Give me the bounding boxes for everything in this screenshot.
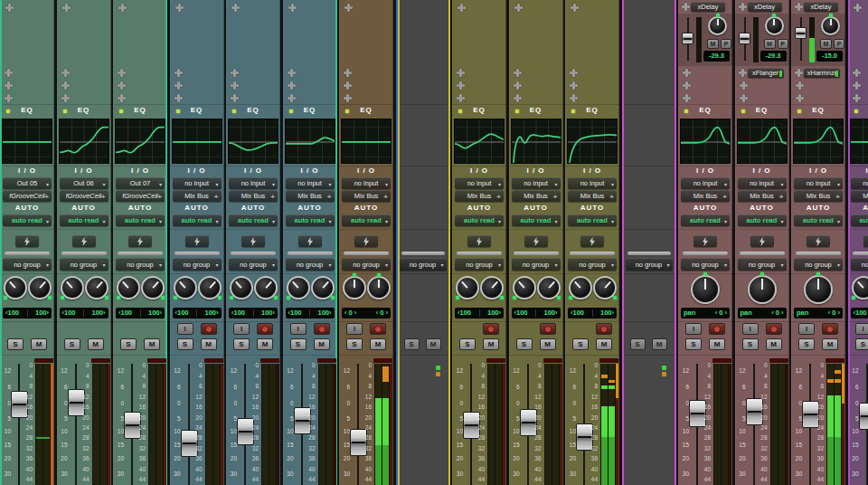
send-level-fader[interactable] [795, 27, 807, 39]
pan-knob-left[interactable] [343, 276, 366, 300]
group-selector[interactable]: no group▾ [229, 258, 278, 271]
insert-slot-icon[interactable] [175, 4, 184, 12]
volume-fader[interactable] [746, 398, 763, 425]
group-selector[interactable]: no group▾ [60, 258, 108, 271]
pan-knob[interactable] [748, 275, 777, 304]
insert-slot-icon[interactable] [288, 69, 296, 77]
eq-plugin-button[interactable]: EQ [848, 106, 868, 114]
solo-button[interactable]: S [233, 338, 250, 350]
mute-button[interactable]: M [31, 338, 47, 350]
insert-slot-icon[interactable] [288, 4, 297, 12]
insert-slot-icon[interactable] [796, 94, 804, 102]
pan-value-display[interactable]: ‹100100› [286, 308, 335, 319]
insert-slot-icon[interactable] [795, 69, 803, 77]
group-selector[interactable]: no group▾ [400, 258, 447, 271]
insert-slot-icon[interactable] [514, 81, 522, 90]
pan-value-display[interactable]: ‹100100› [512, 308, 561, 319]
insert-slot-icon[interactable] [739, 69, 747, 77]
insert-plugin-button[interactable]: xHarmnzr [804, 68, 840, 78]
send-pre-button[interactable]: P [778, 39, 788, 49]
fader-track[interactable] [188, 364, 190, 485]
eq-plugin-button[interactable]: EQ [339, 106, 393, 114]
insert-slot-icon[interactable] [457, 69, 465, 77]
solo-button[interactable]: S [177, 338, 193, 350]
insert-slot-icon[interactable] [231, 81, 239, 90]
output-selector[interactable]: Mix Bus+ [851, 190, 868, 202]
group-selector[interactable]: no group▾ [286, 258, 335, 271]
insert-slot-icon[interactable] [5, 4, 14, 12]
input-selector[interactable]: no input▾ [568, 177, 617, 189]
eq-curve-display[interactable] [285, 119, 335, 164]
fader-track[interactable] [357, 364, 359, 485]
output-selector[interactable]: fGrooveCell+ [116, 190, 165, 202]
insert-plugin-button[interactable]: xFlanger [748, 68, 784, 78]
eq-plugin-button[interactable]: EQ [113, 106, 167, 114]
input-selector[interactable]: no input▾ [851, 177, 868, 189]
insert-slot-icon[interactable] [288, 81, 296, 90]
eq-curve-display[interactable] [567, 119, 618, 164]
pan-knob-right[interactable] [198, 276, 222, 300]
mute-button[interactable]: M [709, 338, 725, 350]
insert-slot-icon[interactable] [231, 94, 239, 102]
pan-value-display[interactable]: ‹100100› [60, 308, 108, 319]
insert-slot-icon[interactable] [61, 94, 70, 102]
pan-value-display[interactable]: ‹ 0 ›‹ 0 › [342, 308, 391, 319]
automation-mode-selector[interactable]: auto read▾ [286, 214, 335, 226]
solo-button[interactable]: S [516, 338, 533, 350]
insert-slot-icon[interactable] [231, 69, 239, 77]
group-selector[interactable]: no group▾ [568, 258, 617, 271]
pan-knob-right[interactable] [28, 276, 52, 300]
record-arm-button[interactable] [596, 323, 612, 335]
output-selector[interactable]: Mix Bus+ [794, 190, 843, 202]
send-mute-button[interactable]: M [820, 39, 832, 49]
input-monitor-button[interactable]: I [685, 323, 702, 335]
mute-button[interactable]: M [370, 338, 386, 350]
pan-knob[interactable] [804, 275, 833, 304]
group-selector[interactable]: no group▾ [681, 258, 730, 271]
insert-slot-icon[interactable] [740, 94, 748, 102]
mute-button[interactable]: M [314, 338, 330, 350]
pan-value-display[interactable]: ‹100100› [116, 308, 165, 319]
input-selector[interactable]: no input▾ [229, 177, 278, 189]
mute-button[interactable]: M [766, 338, 782, 350]
solo-button[interactable]: S [742, 338, 759, 350]
pan-knob-right[interactable] [593, 276, 617, 300]
pan-knob-left[interactable] [456, 276, 479, 300]
eq-plugin-button[interactable]: EQ [170, 106, 224, 114]
insert-slot-icon[interactable] [5, 69, 13, 77]
eq-curve-display[interactable] [511, 119, 561, 164]
output-selector[interactable]: Mix Bus+ [286, 190, 335, 202]
clip-indicator[interactable] [204, 358, 223, 363]
freeze-button[interactable] [241, 235, 265, 247]
solo-button[interactable]: S [120, 338, 137, 350]
solo-button[interactable]: S [459, 338, 476, 350]
input-selector[interactable]: no input▾ [342, 177, 391, 189]
input-monitor-button[interactable]: I [798, 323, 815, 335]
eq-curve-display[interactable] [737, 119, 788, 164]
input-selector[interactable]: Out 06▾ [60, 177, 108, 189]
pan-knob-right[interactable] [311, 276, 335, 300]
freeze-button[interactable] [693, 235, 717, 247]
insert-slot-icon[interactable] [570, 94, 578, 102]
input-selector[interactable]: no input▾ [681, 177, 730, 189]
mute-button[interactable]: M [652, 338, 667, 350]
send-slot-button[interactable]: xDelay [804, 2, 838, 12]
fader-track[interactable] [18, 364, 20, 485]
pan-knob-right[interactable] [141, 276, 165, 300]
eq-plugin-button[interactable]: EQ [0, 106, 54, 114]
send-pre-button[interactable]: P [721, 39, 731, 49]
insert-slot-icon[interactable] [344, 4, 353, 12]
input-monitor-button[interactable]: I [290, 323, 307, 335]
insert-slot-icon[interactable] [118, 4, 127, 12]
automation-mode-selector[interactable]: auto read▾ [229, 214, 278, 226]
mute-button[interactable]: M [596, 338, 612, 350]
pan-knob-left[interactable] [230, 276, 253, 300]
pan-knob-left[interactable] [287, 276, 310, 300]
automation-mode-selector[interactable]: auto read▾ [116, 214, 165, 226]
insert-slot-icon[interactable] [118, 69, 126, 77]
input-monitor-button[interactable]: I [233, 323, 250, 335]
insert-slot-icon[interactable] [175, 81, 183, 90]
eq-plugin-button[interactable]: EQ [283, 106, 337, 114]
solo-button[interactable]: S [290, 338, 307, 350]
record-arm-button[interactable] [370, 323, 386, 335]
